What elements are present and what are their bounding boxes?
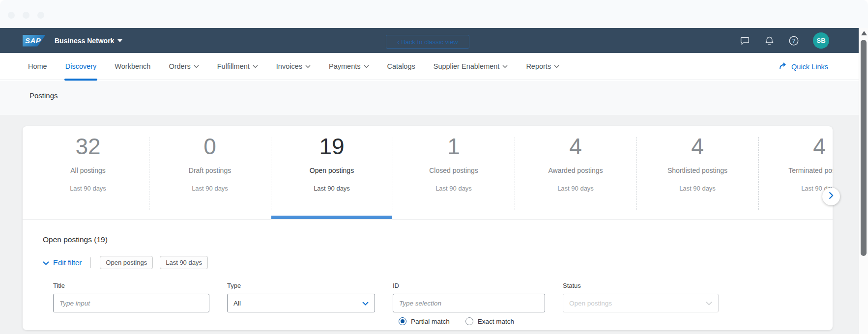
field-type: Type All [227,282,375,325]
chevron-down-icon [305,65,311,68]
open-postings-section: Open postings (19) Edit filter Open post… [23,220,833,325]
divider [90,257,91,268]
svg-text:?: ? [792,38,795,44]
radio-icon [399,317,406,325]
id-label: ID [393,282,545,289]
user-avatar[interactable]: SB [813,32,829,49]
nav-item-workbench[interactable]: Workbench [115,53,150,80]
tile-all-postings[interactable]: 32 All postings Last 90 days [27,126,149,219]
field-title: Title [53,282,209,325]
sap-logo[interactable]: SAP [23,35,46,47]
chevron-down-icon [194,65,199,68]
chevron-right-icon [829,192,834,201]
nav-item-orders[interactable]: Orders [169,53,199,80]
status-select: Open postings [563,294,719,312]
nav-item-discovery[interactable]: Discovery [65,53,97,80]
field-id: ID Partial match Exact match [393,282,545,325]
nav-item-supplier-enablement[interactable]: Supplier Enablement [434,53,508,80]
nav-item-fulfillment[interactable]: Fulfillment [217,53,258,80]
filter-pill-open-postings[interactable]: Open postings [100,256,153,269]
page-title: Postings [29,91,58,100]
type-label: Type [227,282,375,289]
radio-icon [465,317,473,325]
page-header-band: Postings [0,81,859,115]
tile-shortlisted-postings[interactable]: 4 Shortlisted postings Last 90 days [637,126,758,219]
nav-item-payments[interactable]: Payments [329,53,369,80]
scrollbar-up-arrow-icon[interactable] [861,31,867,35]
exact-match-radio[interactable]: Exact match [465,317,514,325]
filter-form: Title Type All ID Part [53,282,833,325]
chevron-down-icon [706,300,712,307]
status-label: Status [563,282,719,289]
shellbar: SAP Business Network ‹ Back to classic v… [0,28,859,53]
tile-open-postings[interactable]: 19 Open postings Last 90 days [271,126,393,219]
product-name: Business Network [55,37,114,45]
tile-closed-postings[interactable]: 1 Closed postings Last 90 days [393,126,515,219]
partial-match-radio[interactable]: Partial match [399,317,450,325]
chat-icon[interactable] [739,35,750,46]
bell-icon[interactable] [764,35,775,46]
tile-terminated-postings[interactable]: 4 Terminated postings Last 90 days [758,126,833,219]
window-dot-icon[interactable] [37,12,44,19]
section-title: Open postings (19) [43,235,833,244]
postings-card: 32 All postings Last 90 days 0 Draft pos… [23,126,833,330]
chevron-down-icon [117,39,122,42]
chevron-down-icon [253,65,258,68]
nav-item-invoices[interactable]: Invoices [276,53,311,80]
quick-links-button[interactable]: Quick Links [779,53,828,80]
id-input[interactable] [393,294,545,312]
scrollbar-thumb[interactable] [861,40,867,256]
back-to-classic-view-button[interactable]: ‹ Back to classic view [386,35,469,49]
window-dot-icon[interactable] [23,12,29,19]
chevron-down-icon [554,65,559,68]
redo-arrow-icon [779,62,787,71]
title-input[interactable] [53,294,209,312]
field-status: Status Open postings [563,282,719,325]
browser-top-strip [0,0,868,28]
app-window: SAP Business Network ‹ Back to classic v… [0,0,868,334]
product-switcher[interactable]: Business Network [55,37,122,45]
main-navigation: Home Discovery Workbench Orders Fulfillm… [0,53,859,80]
window-controls[interactable] [8,12,44,19]
chevron-down-icon [502,65,508,68]
help-icon[interactable]: ? [788,35,799,46]
chevron-down-icon [43,258,49,267]
posting-status-tiles: 32 All postings Last 90 days 0 Draft pos… [23,126,833,220]
filter-pill-last-90-days[interactable]: Last 90 days [160,256,208,269]
window-dot-icon[interactable] [8,12,15,19]
tile-awarded-postings[interactable]: 4 Awarded postings Last 90 days [515,126,637,219]
id-match-options: Partial match Exact match [393,317,545,325]
nav-item-home[interactable]: Home [28,53,47,80]
chevron-down-icon [362,300,369,307]
nav-item-reports[interactable]: Reports [526,53,559,80]
nav-item-catalogs[interactable]: Catalogs [387,53,415,80]
scrollbar[interactable] [859,28,868,334]
title-label: Title [53,282,209,289]
tile-draft-postings[interactable]: 0 Draft postings Last 90 days [149,126,271,219]
type-select[interactable]: All [227,294,375,312]
chevron-down-icon [364,65,369,68]
tiles-next-button[interactable] [822,188,840,205]
edit-filter-toggle[interactable]: Edit filter [43,258,82,267]
